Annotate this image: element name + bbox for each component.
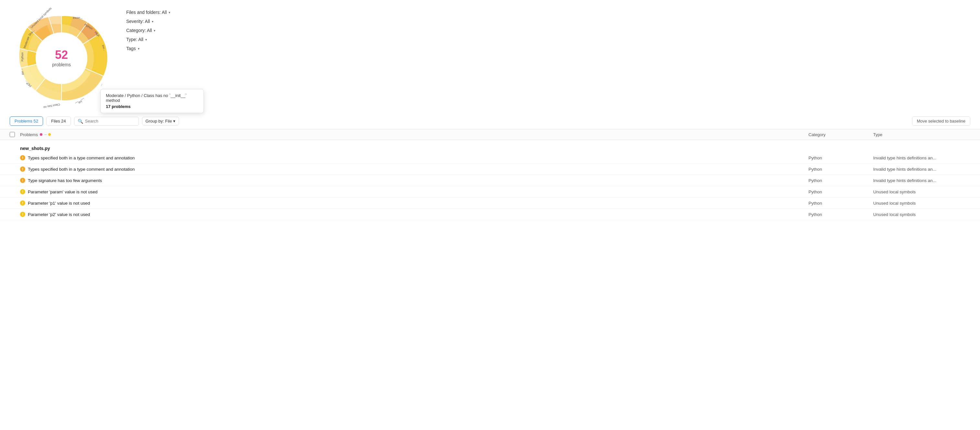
svg-text:Python: Python: [21, 52, 24, 62]
problem-text: Parameter 'param' value is not used: [28, 189, 97, 194]
problem-cell: ! Types specified both in a type comment…: [20, 155, 808, 160]
type-text: Unused local symbols: [873, 201, 970, 206]
main-container: Unused local symbols Incorr... Python Hi…: [0, 0, 980, 220]
col-problems-header: Problems →: [20, 132, 808, 137]
arrow-icon: →: [43, 132, 47, 137]
severity-icon-yellow: !: [20, 212, 25, 217]
dot-red: [40, 133, 42, 136]
table-header: Problems → Category Type: [0, 129, 980, 140]
table-row: ! Types specified both in a type comment…: [0, 152, 980, 163]
table-row: ! Parameter 'param' value is not used Py…: [0, 186, 980, 198]
file-group: new_shots.py: [0, 140, 980, 152]
problem-text: Parameter 'p1' value is not used: [28, 201, 90, 206]
status-dots: →: [40, 132, 51, 137]
problem-cell: ! Types specified both in a type comment…: [20, 167, 808, 172]
svg-text:Incorr...: Incorr...: [73, 16, 83, 19]
type-text: Invalid type hints definitions an...: [873, 178, 970, 183]
problem-cell: ! Parameter 'p2' value is not used: [20, 212, 808, 217]
tab-files[interactable]: Files 24: [46, 116, 71, 126]
chart-tooltip: Moderate / Python / Class has no `__init…: [100, 89, 204, 113]
problem-text: Types specified both in a type comment a…: [28, 167, 135, 172]
search-box: 🔍: [74, 117, 139, 126]
svg-text:...: ...: [100, 84, 104, 87]
filter-category[interactable]: Category: All ▾: [126, 28, 170, 33]
col-category-header: Category: [808, 132, 873, 137]
group-by-dropdown[interactable]: Group by: File ▾: [142, 117, 179, 125]
severity-icon-orange: !: [20, 178, 25, 183]
table-row: ! Parameter 'p1' value is not used Pytho…: [0, 198, 980, 209]
filter-type[interactable]: Type: All ▾: [126, 37, 170, 42]
filter-category-label: Category: All: [126, 28, 152, 33]
filter-tags-label: Tags: [126, 46, 136, 51]
toolbar: Problems 52 Files 24 🔍 Group by: File ▾ …: [0, 113, 980, 129]
chevron-down-icon: ▾: [138, 47, 140, 51]
move-to-baseline-button[interactable]: Move selected to baseline: [912, 116, 970, 126]
problem-count: 52: [52, 49, 71, 61]
file-name: new_shots.py: [10, 143, 970, 152]
chevron-down-icon: ▾: [145, 38, 147, 41]
tab-problems[interactable]: Problems 52: [10, 116, 43, 126]
problem-cell: ! Type signature has too few arguments: [20, 178, 808, 183]
chevron-down-icon: ▾: [173, 119, 175, 124]
filter-files-label: Files and folders: All: [126, 10, 167, 15]
tooltip-count: 17 problems: [106, 104, 198, 109]
filter-files[interactable]: Files and folders: All ▾: [126, 10, 170, 15]
severity-icon-yellow: !: [20, 189, 25, 194]
chevron-down-icon: ▾: [169, 11, 170, 14]
group-by-label: Group by: File: [146, 119, 172, 124]
category-text: Python: [808, 178, 873, 183]
filter-severity[interactable]: Severity: All ▾: [126, 19, 170, 24]
svg-text:Class has no: Class has no: [43, 103, 60, 109]
chevron-down-icon: ▾: [154, 29, 155, 32]
tooltip-title: Moderate / Python / Class has no `__init…: [106, 93, 198, 103]
problem-cell: ! Parameter 'param' value is not used: [20, 189, 808, 194]
severity-icon-yellow: !: [20, 200, 25, 206]
select-all-checkbox[interactable]: [10, 132, 15, 137]
top-section: Unused local symbols Incorr... Python Hi…: [0, 0, 980, 113]
type-text: Invalid type hints definitions an...: [873, 155, 970, 160]
category-text: Python: [808, 212, 873, 217]
problem-text: Type signature has too few arguments: [28, 178, 102, 183]
donut-center: 52 problems: [52, 49, 71, 67]
table-body: new_shots.py ! Types specified both in a…: [0, 140, 980, 220]
dot-yellow: [48, 133, 51, 136]
severity-icon-orange: !: [20, 167, 25, 172]
table-row: ! Parameter 'p2' value is not used Pytho…: [0, 209, 980, 220]
search-input[interactable]: [85, 119, 130, 124]
chevron-down-icon: ▾: [152, 20, 153, 23]
category-text: Python: [808, 189, 873, 194]
type-text: Unused local symbols: [873, 189, 970, 194]
filter-tags[interactable]: Tags ▾: [126, 46, 170, 51]
problem-text: Types specified both in a type comment a…: [28, 155, 135, 160]
col-problems-label: Problems: [20, 132, 38, 137]
problem-label: problems: [52, 62, 71, 67]
category-text: Python: [808, 167, 873, 172]
table-row: ! Types specified both in a type comment…: [0, 163, 980, 175]
table-row: ! Type signature has too few arguments P…: [0, 175, 980, 186]
filter-severity-label: Severity: All: [126, 19, 150, 24]
type-text: Unused local symbols: [873, 212, 970, 217]
search-icon: 🔍: [78, 119, 83, 124]
category-text: Python: [808, 155, 873, 160]
svg-text:__init__: __init__: [75, 98, 86, 106]
severity-icon-orange: !: [20, 155, 25, 160]
type-text: Invalid type hints definitions an...: [873, 167, 970, 172]
col-type-header: Type: [873, 132, 970, 137]
filters-panel: Files and folders: All ▾ Severity: All ▾…: [126, 6, 170, 51]
chart-area: Unused local symbols Incorr... Python Hi…: [10, 6, 113, 110]
problem-text: Parameter 'p2' value is not used: [28, 212, 90, 217]
problem-cell: ! Parameter 'p1' value is not used: [20, 200, 808, 206]
category-text: Python: [808, 201, 873, 206]
filter-type-label: Type: All: [126, 37, 143, 42]
